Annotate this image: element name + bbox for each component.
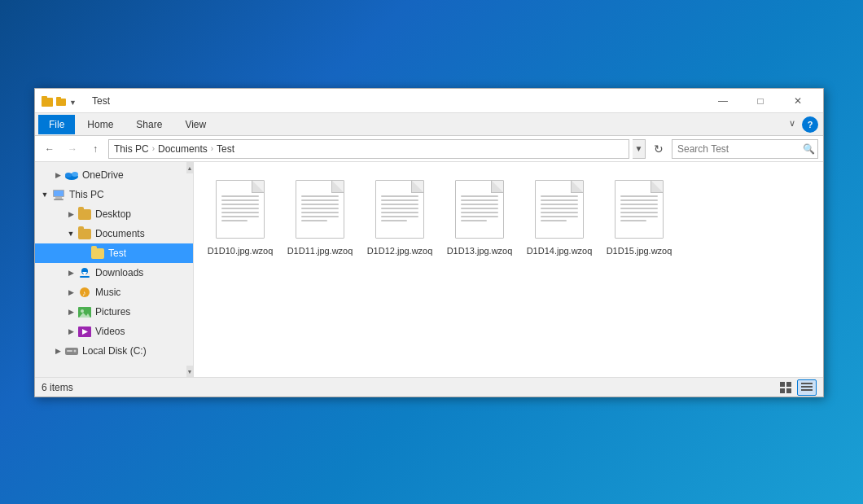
doc-line [381,220,407,221]
sidebar-scroll-down[interactable]: ▼ [186,366,193,377]
window-controls: — □ ✕ [704,89,817,113]
file-item[interactable]: D1D14.jpg.wzoq [523,172,596,261]
svg-rect-24 [67,350,72,352]
sidebar-item-videos[interactable]: ▶ Videos [35,322,193,341]
file-item[interactable]: D1D13.jpg.wzoq [443,172,516,261]
document-icon [296,180,344,239]
test-folder-icon [90,248,105,259]
svg-point-18 [81,309,84,313]
file-item[interactable]: D1D11.jpg.wzoq [283,172,357,261]
file-item[interactable]: D1D12.jpg.wzoq [363,172,436,261]
tab-file[interactable]: File [38,115,75,134]
search-box[interactable]: 🔍 [672,139,818,159]
maximize-button[interactable]: □ [742,89,779,113]
doc-line [221,204,259,205]
file-icon-wrap [450,177,509,242]
toggle-this-pc[interactable]: ▼ [38,188,51,201]
svg-rect-30 [801,386,813,388]
tab-view[interactable]: View [174,115,217,134]
ribbon-expand-icon[interactable]: ∨ [786,116,799,130]
toggle-music[interactable]: ▶ [64,286,77,299]
main-area: ▲ ▶ OneDrive ▼ This PC [35,162,823,377]
tab-home[interactable]: Home [77,115,124,134]
doc-line [461,199,498,201]
toggle-downloads[interactable]: ▶ [64,266,77,279]
sidebar-item-label: Videos [95,326,125,337]
minimize-button[interactable]: — [704,89,742,113]
sidebar-item-test[interactable]: Test [35,243,193,263]
documents-icon [77,228,92,239]
toggle-desktop[interactable]: ▶ [64,208,77,221]
doc-line [620,220,646,221]
sidebar-item-desktop[interactable]: ▶ Desktop [35,204,193,224]
search-icon[interactable]: 🔍 [803,143,815,155]
toggle-documents[interactable]: ▼ [64,227,77,240]
toggle-pictures[interactable]: ▶ [64,305,77,318]
sidebar-item-music[interactable]: ▶ ♪ Music [35,283,193,302]
doc-line [381,204,418,205]
doc-line [301,216,339,217]
file-name: D1D10.jpg.wzoq [208,245,274,256]
sidebar-item-local-disk[interactable]: ▶ Local Disk (C:) [35,341,193,361]
address-path[interactable]: This PC › Documents › Test [108,139,629,159]
doc-line [620,199,658,201]
file-name: D1D14.jpg.wzoq [527,245,593,256]
doc-line [461,204,498,205]
doc-line [541,220,567,221]
svg-point-23 [74,349,77,352]
doc-line [301,220,327,221]
doc-line [221,199,259,201]
large-icons-view-button[interactable] [776,379,795,396]
close-button[interactable]: ✕ [779,89,817,113]
doc-line [301,212,339,213]
svg-rect-9 [54,191,64,196]
details-view-button[interactable] [797,379,817,396]
doc-line [620,216,658,217]
doc-line [620,204,658,205]
doc-line [541,195,578,197]
file-icon-wrap [211,177,269,242]
up-button[interactable]: ↑ [85,139,105,159]
refresh-button[interactable]: ↻ [649,139,668,159]
doc-line [620,208,658,209]
document-icon [455,180,504,239]
doc-line [461,212,498,213]
back-button[interactable]: ← [40,139,59,159]
sidebar-item-downloads[interactable]: ▶ Downloads [35,263,193,283]
sidebar-item-pictures[interactable]: ▶ Pictures [35,302,193,322]
document-icon [615,180,664,239]
sidebar-item-documents[interactable]: ▼ Documents [35,224,193,243]
toggle-videos[interactable]: ▶ [64,325,77,338]
doc-line [301,195,339,197]
svg-rect-31 [801,389,813,391]
doc-line [381,208,418,209]
file-item[interactable]: D1D10.jpg.wzoq [204,172,277,261]
search-input[interactable] [677,143,799,155]
document-icon [216,180,265,239]
file-icon-wrap [530,177,589,242]
status-bar: 6 items [35,377,823,397]
address-bar: ← → ↑ This PC › Documents › Test ▼ ↻ 🔍 [35,136,823,162]
file-name: D1D11.jpg.wzoq [287,245,353,256]
address-dropdown-button[interactable]: ▼ [633,139,646,159]
item-count: 6 items [42,382,73,393]
title-bar-icons: ▼ [42,94,84,107]
svg-point-6 [65,173,72,177]
doc-line [381,195,418,197]
doc-line [301,204,339,205]
sidebar-scroll-up[interactable]: ▲ [186,162,193,173]
details-icon [801,382,813,393]
help-button[interactable]: ? [802,116,818,133]
sidebar-item-this-pc[interactable]: ▼ This PC [35,185,193,204]
path-sep-2: › [211,144,213,153]
forward-button[interactable]: → [63,139,82,159]
file-item[interactable]: D1D15.jpg.wzoq [602,172,676,261]
doc-line [461,208,498,209]
desktop-icon [77,208,92,220]
toggle-onedrive[interactable]: ▶ [51,169,64,182]
sidebar-item-onedrive[interactable]: ▶ OneDrive [35,165,193,185]
doc-line [301,199,339,201]
toggle-local-disk[interactable]: ▶ [51,344,64,357]
svg-point-7 [72,172,78,177]
tab-share[interactable]: Share [125,115,173,134]
